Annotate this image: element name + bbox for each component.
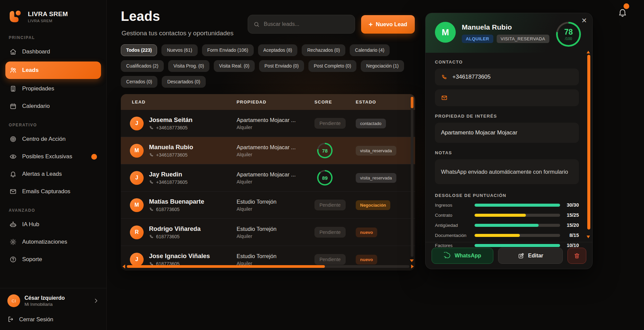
close-icon[interactable]: ✕ bbox=[581, 16, 587, 25]
sidebar-item-propiedades[interactable]: Propiedades bbox=[5, 81, 101, 96]
trash-icon bbox=[574, 252, 580, 259]
lead-phone: +34618773605 bbox=[156, 152, 188, 158]
filter-chip-form-enviado[interactable]: Form Enviado (106) bbox=[202, 44, 254, 56]
avatar: J bbox=[130, 171, 144, 185]
gear-icon bbox=[9, 238, 17, 246]
filter-chip-rechazados[interactable]: Rechazados (0) bbox=[302, 44, 345, 56]
breakdown-label: Antigüedad bbox=[435, 223, 475, 228]
lead-phone: +34618773605 bbox=[156, 125, 188, 130]
new-lead-button[interactable]: + Nuevo Lead bbox=[361, 15, 415, 34]
filter-chip-nuevos[interactable]: Nuevos (61) bbox=[161, 44, 197, 56]
table-row[interactable]: M Matías Buenaparte 618773605 Estudio To… bbox=[121, 192, 415, 219]
sidebar-item-ia-hub[interactable]: IA Hub bbox=[5, 217, 101, 232]
plus-icon: + bbox=[369, 21, 373, 28]
horizontal-scrollbar-thumb[interactable] bbox=[127, 265, 325, 268]
search-input[interactable] bbox=[264, 21, 349, 27]
sidebar-item-leads[interactable]: Leads bbox=[5, 61, 101, 79]
scroll-right-arrow-icon[interactable] bbox=[411, 264, 414, 269]
sidebar-item-alertas-a-leads[interactable]: Alertas a Leads bbox=[5, 166, 101, 182]
score-pending-pill: Pendiente bbox=[314, 227, 346, 238]
sidebar-item-automatizaciones[interactable]: Automatizaciones bbox=[5, 234, 101, 250]
filter-chip-visita-real[interactable]: Visita Real. (0) bbox=[214, 60, 255, 72]
sidebar-item-label: Emails Capturados bbox=[22, 188, 70, 195]
logout-button[interactable]: Cerrar Sesión bbox=[7, 316, 99, 323]
whatsapp-button[interactable]: WhatsApp bbox=[432, 248, 493, 264]
sidebar-nav: PRINCIPAL Dashboard Leads Propiedades Ca… bbox=[0, 27, 106, 288]
sidebar-item-posibles-exclusivas[interactable]: Posibles Exclusivas bbox=[5, 149, 101, 164]
chevron-right-icon bbox=[93, 298, 99, 304]
panel-scroll-down-arrow-icon[interactable] bbox=[587, 236, 590, 238]
lead-detail-panel: M Manuela Rubio ALQUILER VISITA_RESERVAD… bbox=[425, 13, 593, 269]
property-name: Estudio Torrejón bbox=[237, 199, 314, 205]
edit-button[interactable]: Editar bbox=[498, 248, 563, 264]
filter-chip-calendario[interactable]: Calendario (4) bbox=[350, 44, 390, 56]
filter-chip-cerrados[interactable]: Cerrados (0) bbox=[121, 76, 157, 88]
filter-chip-post-enviado[interactable]: Post Enviado (0) bbox=[259, 60, 304, 72]
phone-icon bbox=[149, 153, 154, 157]
sidebar-item-label: Leads bbox=[22, 67, 39, 74]
table-row[interactable]: J Josema Seitán +34618773605 Apartamento… bbox=[121, 110, 415, 137]
home-icon bbox=[9, 48, 17, 55]
property-value: Apartamento Mojacar Mojacar bbox=[441, 129, 517, 136]
email-field[interactable] bbox=[435, 89, 579, 106]
scroll-down-arrow-icon[interactable] bbox=[410, 259, 414, 262]
property-operation: Alquiler bbox=[237, 206, 314, 212]
column-header-propiedad: PROPIEDAD bbox=[237, 99, 314, 105]
notification-dot bbox=[624, 3, 629, 9]
notes-field[interactable]: WhatsApp enviado automáticamente con for… bbox=[435, 159, 579, 184]
nav-section-avanzado: AVANZADO bbox=[9, 208, 98, 213]
score-pending-pill: Pendiente bbox=[314, 254, 346, 265]
property-operation: Alquiler bbox=[237, 152, 314, 157]
sidebar-item-centro-de-accion[interactable]: Centro de Acción bbox=[5, 131, 101, 147]
filter-chip-visita-prog[interactable]: Visita Prog. (0) bbox=[168, 60, 209, 72]
detail-header: M Manuela Rubio ALQUILER VISITA_RESERVAD… bbox=[426, 13, 592, 53]
filter-chip-post-completo[interactable]: Post Completo (0) bbox=[308, 60, 356, 72]
status-badge: Negociación bbox=[356, 200, 390, 210]
nav-section-principal: PRINCIPAL bbox=[9, 35, 98, 40]
notes-section-label: NOTAS bbox=[435, 150, 579, 155]
mail-icon bbox=[441, 94, 448, 101]
delete-button[interactable] bbox=[567, 248, 586, 264]
panel-scroll-up-arrow-icon[interactable] bbox=[587, 51, 590, 53]
breakdown-row: Antigüedad 15/20 bbox=[435, 222, 579, 228]
filter-chip-todos[interactable]: Todos (223) bbox=[121, 44, 157, 56]
property-section-label: PROPIEDAD DE INTERÉS bbox=[435, 114, 579, 119]
filter-chip-descartados[interactable]: Descartados (0) bbox=[162, 76, 205, 88]
score-ring: 78 bbox=[317, 143, 333, 158]
status-badge: VISITA_RESERVADA bbox=[497, 35, 549, 43]
breakdown-label: Ingresos bbox=[435, 203, 475, 208]
filter-chip-aceptados[interactable]: Aceptados (8) bbox=[258, 44, 298, 56]
horizontal-scrollbar[interactable] bbox=[127, 265, 409, 268]
phone-field[interactable]: +34618773605 bbox=[435, 69, 579, 85]
sidebar-item-emails-capturados[interactable]: Emails Capturados bbox=[5, 184, 101, 199]
panel-scrollbar-thumb[interactable] bbox=[587, 55, 590, 230]
bell-icon bbox=[9, 170, 17, 178]
page-title: Leads bbox=[121, 9, 160, 24]
filter-chip-negociacion[interactable]: Negociación (1) bbox=[361, 60, 404, 72]
vertical-scrollbar[interactable] bbox=[411, 96, 413, 257]
table-row[interactable]: R Rodrigo Viñareda 618773605 Estudio Tor… bbox=[121, 219, 415, 246]
sidebar-item-label: IA Hub bbox=[22, 221, 39, 228]
breakdown-row: Ingresos 30/30 bbox=[435, 202, 579, 208]
user-card[interactable]: CI César Izquierdo Mi Inmobiliaria bbox=[7, 294, 99, 307]
lead-name: Jose Ignacio Viñales bbox=[149, 252, 210, 260]
property-of-interest-field[interactable]: Apartamento Mojacar Mojacar bbox=[435, 123, 579, 143]
progress-bar bbox=[475, 214, 560, 217]
scroll-left-arrow-icon[interactable] bbox=[122, 264, 125, 269]
filter-chip-cualificados[interactable]: Cualificados (2) bbox=[121, 60, 164, 72]
sidebar-item-label: Centro de Acción bbox=[22, 136, 65, 142]
table-row[interactable]: J Jay Ruedin +34618773605 Apartamento Mo… bbox=[121, 164, 415, 192]
sidebar-item-label: Posibles Exclusivas bbox=[22, 153, 72, 160]
notes-value: WhatsApp enviado automáticamente con for… bbox=[441, 169, 568, 175]
score-pending-pill: Pendiente bbox=[314, 118, 346, 129]
vertical-scrollbar-thumb[interactable] bbox=[411, 97, 413, 108]
sidebar-item-calendario[interactable]: Calendario bbox=[5, 98, 101, 114]
phone-icon bbox=[149, 180, 154, 184]
sidebar-item-dashboard[interactable]: Dashboard bbox=[5, 44, 101, 59]
user-name: César Izquierdo bbox=[24, 295, 65, 301]
sidebar-item-soporte[interactable]: Soporte bbox=[5, 252, 101, 267]
logout-label: Cerrar Sesión bbox=[19, 316, 53, 323]
status-badge: contactado bbox=[356, 119, 386, 128]
brand-name: LIVRA SREM bbox=[28, 10, 68, 18]
table-row-selected[interactable]: M Manuela Rubio +34618773605 Apartamento… bbox=[121, 137, 415, 164]
